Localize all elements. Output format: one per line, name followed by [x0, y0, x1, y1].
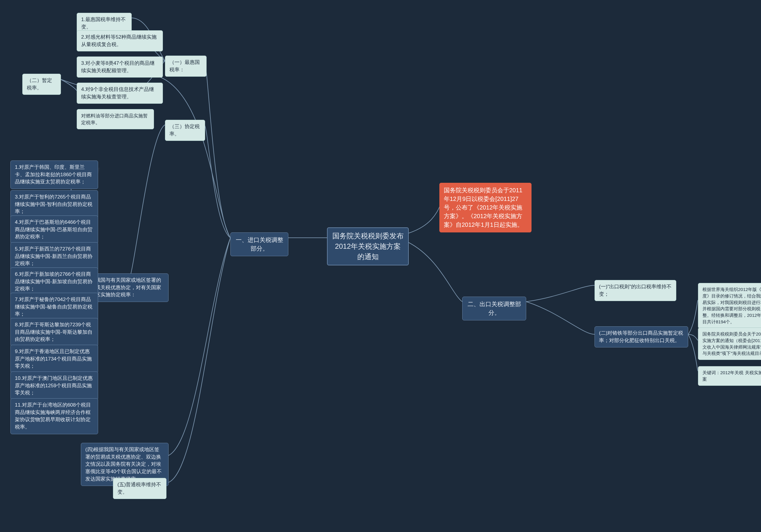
agreement-item-6[interactable]: 7.对原产于秘鲁的7042个税目商品继续实施中国-秘鲁自由贸易协定税率；	[10, 293, 98, 321]
mfn-item-2[interactable]: 2.对感光材料等52种商品继续实施从量税或复合税。	[77, 30, 163, 51]
export-detail-2[interactable]: 国务院关税税则委员会关于2012年关税实施方案的通知（税委会[2011]27号）…	[698, 327, 761, 360]
export-item-2-title[interactable]: (二)对铬铁等部分出口商品实施暂定税率；对部分化肥征收特别出口关税。	[595, 326, 688, 347]
agreement-item-10[interactable]: 11.对原产于台湾地区的608个税目商品继续实施海峡两岸经济合作框架协议货物贸易…	[10, 398, 98, 434]
export-item-1[interactable]: (一)"出口税则"的出口税率维持不变；	[595, 280, 676, 301]
export-section-node[interactable]: 二、出口关税调整部分。	[462, 297, 526, 321]
provisional-title-node[interactable]: （二）暂定税率。	[22, 74, 61, 95]
ordinary-rate-node[interactable]: (五)普通税率维持不变。	[113, 478, 166, 499]
mfn-item-4[interactable]: 4.对9个非全税目信息技术产品继续实施海关核查管理。	[77, 83, 163, 104]
agreement-item-5[interactable]: 6.对原产于新加坡的2766个税目商品继续实施中国-新加坡自由贸易协定税率；	[10, 267, 98, 296]
export-detail-1[interactable]: 根据世界海关组织2012年版《协调制度》目录的修订情况，结合我国生产和贸易实际，…	[698, 283, 761, 328]
agreement-item-7[interactable]: 8.对原产于哥斯达黎加的7239个税目商品继续实施中国-哥斯达黎加自由贸易协定税…	[10, 318, 98, 346]
provisional-detail-node[interactable]: 对燃料油等部分进口商品实施暂定税率。	[77, 109, 154, 129]
agreement-item-2[interactable]: 3.对原产于智利的7265个税目商品继续实施中国-智利自由贸易协定税率；	[10, 190, 98, 219]
export-detail-3[interactable]: 关键词：2012年关税 关税实施方案	[698, 366, 761, 386]
agreement-item-4[interactable]: 5.对原产于新西兰的7276个税目商品继续实施中国-新西兰自由贸易协定税率；	[10, 242, 98, 271]
import-section-node[interactable]: 一、进口关税调整部分。	[230, 232, 288, 256]
agreement-item-8[interactable]: 9.对原产于香港地区且已制定优惠原产地标准的1734个税目商品实施零关税；	[10, 345, 98, 373]
mfn-item-3[interactable]: 3.对小麦等8类47个税目的商品继续实施关税配额管理。	[77, 56, 163, 78]
agreement-item-9[interactable]: 10.对原产于澳门地区且已制定优惠原产地标准的1259个税目商品实施零关税；	[10, 372, 98, 400]
root-node[interactable]: 国务院关税税则委发布2012年关税实施方案的通知	[327, 227, 409, 266]
agreement-item-3[interactable]: 4.对原产于巴基斯坦的6466个税目商品继续实施中国-巴基斯坦自由贸易协定税率；	[10, 215, 98, 244]
agreement-title-node[interactable]: （三）协定税率。	[165, 120, 205, 141]
agreement-item-1[interactable]: 1.对原产于韩国、印度、斯里兰卡、孟加拉和老挝的1860个税目商品继续实施亚太贸…	[10, 160, 98, 189]
mindmap-canvas: W 国务院关税税则委发布2012年关税实施方案的通知 国务院关税税则委员会于20…	[0, 0, 761, 532]
intro-node[interactable]: 国务院关税税则委员会于2011年12月9日以税委会[2011]27号，公布了《2…	[439, 183, 532, 232]
mfn-title-node[interactable]: （一）最惠国税率：	[165, 56, 206, 77]
